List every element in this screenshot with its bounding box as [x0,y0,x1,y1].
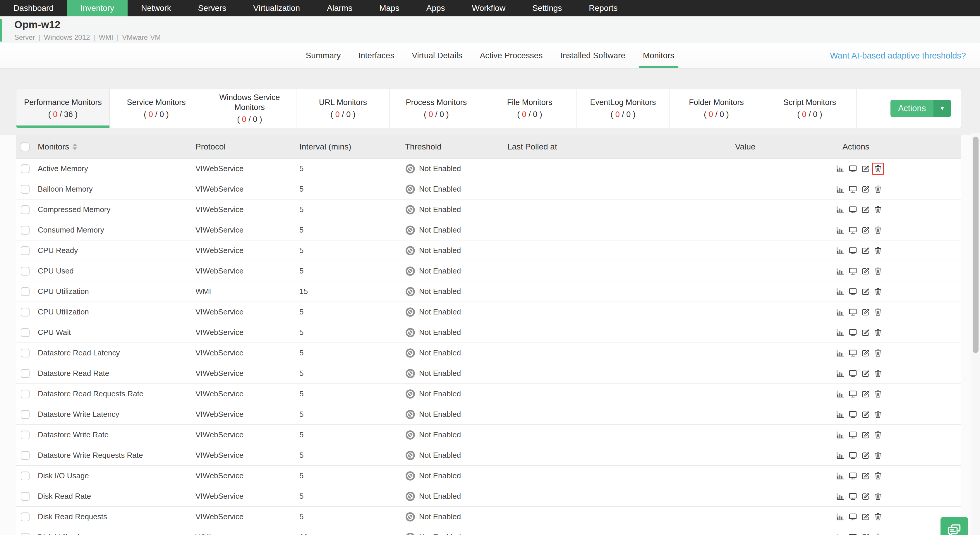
monitor-view-action-button[interactable] [847,163,859,175]
nav-item[interactable]: Servers [185,0,240,16]
row-checkbox[interactable] [21,328,30,337]
nav-item[interactable]: Settings [519,0,575,16]
monitor-view-action-button[interactable] [847,265,859,277]
row-checkbox[interactable] [21,267,30,276]
monitor-type-tab[interactable]: Windows Service Monitors ( 0 / 0 ) [203,89,296,128]
nav-item[interactable]: Virtualization [240,0,313,16]
delete-action-button[interactable] [872,306,884,318]
row-checkbox[interactable] [21,410,30,419]
delete-action-button[interactable] [872,388,884,400]
delete-action-button[interactable] [872,367,884,379]
monitor-view-action-button[interactable] [847,449,859,461]
monitor-type-tab[interactable]: Performance Monitors ( 0 / 36 ) [16,89,110,128]
delete-action-button[interactable] [872,265,884,277]
chart-action-button[interactable] [834,244,846,257]
chart-action-button[interactable] [834,449,846,461]
nav-item[interactable]: Maps [366,0,413,16]
chart-action-button[interactable] [834,163,846,175]
row-checkbox[interactable] [21,471,30,480]
delete-action-button[interactable] [872,429,884,441]
vertical-scrollbar-thumb[interactable] [973,137,978,353]
chart-action-button[interactable] [834,429,846,441]
edit-action-button[interactable] [859,449,872,461]
delete-action-button[interactable] [872,183,884,195]
edit-action-button[interactable] [859,327,872,338]
nav-item[interactable]: Workflow [458,0,519,16]
edit-action-button[interactable] [859,347,872,359]
monitor-view-action-button[interactable] [847,183,859,195]
row-checkbox[interactable] [21,390,30,398]
monitor-view-action-button[interactable] [847,511,859,523]
ai-thresholds-link[interactable]: Want AI-based adaptive thresholds? [830,51,966,60]
delete-action-button[interactable] [872,408,884,420]
monitors-column-header[interactable]: Monitors [38,142,69,151]
sort-icon[interactable] [73,144,77,150]
edit-action-button[interactable] [859,490,872,502]
row-checkbox[interactable] [21,369,30,378]
page-tab[interactable]: Monitors [641,43,676,68]
edit-action-button[interactable] [859,367,872,379]
delete-action-button[interactable] [872,531,884,535]
edit-action-button[interactable] [859,511,872,523]
chart-action-button[interactable] [834,408,846,420]
edit-action-button[interactable] [859,470,872,482]
actions-button-main[interactable]: Actions [891,100,934,117]
row-checkbox[interactable] [21,349,30,357]
page-tab[interactable]: Installed Software [558,43,628,68]
delete-action-button[interactable] [872,347,884,359]
monitor-type-tab[interactable]: Folder Monitors ( 0 / 0 ) [670,89,763,128]
delete-action-button[interactable] [872,244,884,257]
edit-action-button[interactable] [859,163,872,175]
monitor-view-action-button[interactable] [847,490,859,502]
monitor-view-action-button[interactable] [847,327,859,338]
row-checkbox[interactable] [21,451,30,460]
edit-action-button[interactable] [859,388,872,400]
nav-item[interactable]: Reports [575,0,631,16]
nav-item[interactable]: Inventory [67,0,127,16]
edit-action-button[interactable] [859,429,872,441]
page-tab[interactable]: Summary [304,43,343,68]
edit-action-button[interactable] [859,203,872,216]
monitor-view-action-button[interactable] [847,429,859,441]
chat-feedback-button[interactable] [940,517,968,535]
edit-action-button[interactable] [859,408,872,420]
row-checkbox[interactable] [21,513,30,521]
delete-action-button[interactable] [872,163,884,175]
monitor-view-action-button[interactable] [847,531,859,535]
monitor-view-action-button[interactable] [847,306,859,318]
chart-action-button[interactable] [834,347,846,359]
chart-action-button[interactable] [834,183,846,195]
chart-action-button[interactable] [834,388,846,400]
chart-action-button[interactable] [834,470,846,482]
chart-action-button[interactable] [834,203,846,216]
delete-action-button[interactable] [872,286,884,297]
delete-action-button[interactable] [872,490,884,502]
monitor-view-action-button[interactable] [847,286,859,297]
nav-item[interactable]: Apps [413,0,458,16]
chart-action-button[interactable] [834,367,846,379]
edit-action-button[interactable] [859,265,872,277]
row-checkbox[interactable] [21,492,30,501]
monitor-view-action-button[interactable] [847,224,859,236]
monitor-view-action-button[interactable] [847,388,859,400]
delete-action-button[interactable] [872,203,884,216]
delete-action-button[interactable] [872,449,884,461]
edit-action-button[interactable] [859,244,872,257]
nav-item[interactable]: Dashboard [0,0,67,16]
delete-action-button[interactable] [872,470,884,482]
delete-action-button[interactable] [872,511,884,523]
monitor-type-tab[interactable]: EventLog Monitors ( 0 / 0 ) [576,89,670,128]
page-tab[interactable]: Virtual Details [409,43,465,68]
nav-item[interactable]: Network [127,0,185,16]
chart-action-button[interactable] [834,306,846,318]
row-checkbox[interactable] [21,164,30,173]
chart-action-button[interactable] [834,490,846,502]
row-checkbox[interactable] [21,246,30,255]
delete-action-button[interactable] [872,224,884,236]
vertical-scrollbar-track[interactable] [971,133,980,535]
row-checkbox[interactable] [21,226,30,235]
edit-action-button[interactable] [859,286,872,297]
row-checkbox[interactable] [21,205,30,214]
monitor-view-action-button[interactable] [847,367,859,379]
monitor-view-action-button[interactable] [847,203,859,216]
